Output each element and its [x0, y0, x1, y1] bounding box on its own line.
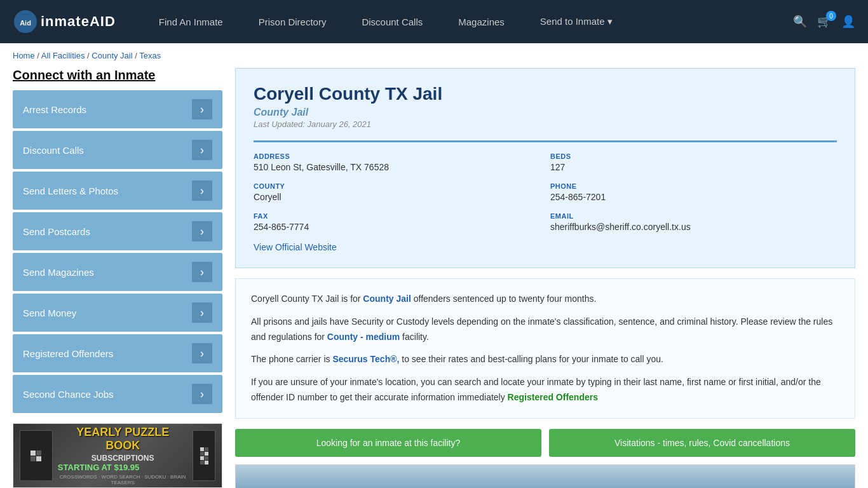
arrow-icon: ›: [192, 221, 212, 241]
arrow-icon: ›: [192, 140, 212, 160]
action-buttons: Looking for an inmate at this facility? …: [235, 429, 855, 457]
sidebar-item-label: Send Postcards: [23, 226, 90, 237]
nav-discount-calls[interactable]: Discount Calls: [344, 17, 440, 27]
header: Aid inmateAID Find An Inmate Prison Dire…: [0, 0, 868, 43]
sidebar-item-send-letters[interactable]: Send Letters & Photos ›: [13, 172, 222, 210]
desc-p2-post: facility.: [400, 332, 429, 342]
desc-p4: If you are unsure of your inmate's locat…: [251, 375, 839, 405]
sidebar-menu: Arrest Records › Discount Calls › Send L…: [13, 90, 222, 413]
facility-name: Coryell County TX Jail: [254, 84, 837, 104]
breadcrumb-home[interactable]: Home: [13, 51, 35, 60]
beds-value: 127: [550, 162, 837, 172]
email-label: EMAIL: [550, 212, 837, 220]
phone-label: PHONE: [550, 182, 837, 190]
ad-price: STARTING AT $19.95: [58, 463, 188, 472]
ad-image: YEARLY PUZZLE BOOK SUBSCRIPTIONS STARTIN…: [13, 424, 222, 487]
sidebar-item-registered-offenders[interactable]: Registered Offenders ›: [13, 334, 222, 372]
breadcrumb-county-jail[interactable]: County Jail: [92, 51, 132, 60]
phone-block: PHONE 254-865-7201: [550, 182, 837, 202]
county-jail-link[interactable]: County Jail: [363, 294, 410, 304]
beds-block: BEDS 127: [550, 152, 837, 172]
logo-icon: Aid: [13, 9, 38, 34]
beds-label: BEDS: [550, 152, 837, 160]
sidebar-item-label: Second Chance Jobs: [23, 389, 114, 400]
county-block: COUNTY Coryell: [254, 182, 540, 202]
breadcrumb-state[interactable]: Texas: [139, 51, 161, 60]
desc-p1-post: offenders sentenced up to twenty four mo…: [411, 294, 597, 304]
arrow-icon: ›: [192, 343, 212, 363]
looking-for-inmate-button[interactable]: Looking for an inmate at this facility?: [235, 429, 541, 457]
sidebar-title: Connect with an Inmate: [13, 68, 222, 83]
arrow-icon: ›: [192, 302, 212, 323]
facility-updated: Last Updated: January 26, 2021: [254, 119, 837, 129]
main-content: Coryell County TX Jail County Jail Last …: [235, 68, 855, 488]
arrow-icon: ›: [192, 384, 212, 404]
main-nav: Find An Inmate Prison Directory Discount…: [141, 16, 793, 27]
official-website-link[interactable]: View Official Website: [254, 242, 337, 252]
arrow-icon: ›: [192, 180, 212, 201]
desc-p3-pre: The phone carrier is: [251, 354, 332, 364]
desc-p3: The phone carrier is Securus Tech®, to s…: [251, 352, 839, 367]
arrow-icon: ›: [192, 262, 212, 282]
nav-find-inmate[interactable]: Find An Inmate: [141, 17, 241, 27]
ad-title: YEARLY PUZZLE BOOK: [58, 426, 188, 452]
sidebar-item-discount-calls[interactable]: Discount Calls ›: [13, 131, 222, 169]
sidebar-item-send-magazines[interactable]: Send Magazines ›: [13, 253, 222, 291]
main-layout: Connect with an Inmate Arrest Records › …: [0, 68, 868, 488]
desc-p2: All prisons and jails have Security or C…: [251, 315, 839, 345]
county-value: Coryell: [254, 192, 540, 202]
email-block: EMAIL sheriffburks@sheriff.co.coryell.tx…: [550, 212, 837, 232]
facility-description: Coryell County TX Jail is for County Jai…: [235, 278, 855, 419]
user-icon[interactable]: 👤: [841, 15, 855, 29]
sidebar-item-label: Send Money: [23, 308, 76, 318]
sidebar-item-send-postcards[interactable]: Send Postcards ›: [13, 212, 222, 250]
nav-prison-directory[interactable]: Prison Directory: [241, 17, 344, 27]
desc-p3-post: to see their rates and best-calling plan…: [399, 354, 663, 364]
breadcrumb-all-facilities[interactable]: All Facilities: [41, 51, 85, 60]
address-label: ADDRESS: [254, 152, 540, 160]
sidebar-item-label: Arrest Records: [23, 104, 86, 115]
email-value: sheriffburks@sheriff.co.coryell.tx.us: [550, 222, 837, 232]
svg-text:Aid: Aid: [20, 19, 31, 27]
facility-image: [235, 464, 855, 488]
desc-p1: Coryell County TX Jail is for County Jai…: [251, 292, 839, 307]
ad-small: CROSSWORDS · WORD SEARCH · SUDOKU · BRAI…: [58, 474, 188, 485]
phone-value: 254-865-7201: [550, 192, 837, 202]
sidebar-item-label: Discount Calls: [23, 145, 84, 156]
facility-type: County Jail: [254, 107, 837, 118]
logo-text: inmateAID: [41, 13, 116, 30]
sidebar-item-label: Send Magazines: [23, 267, 94, 278]
fax-value: 254-865-7774: [254, 222, 540, 232]
desc-p1-pre: Coryell County TX Jail is for: [251, 294, 363, 304]
address-value: 510 Leon St, Gatesville, TX 76528: [254, 162, 540, 172]
header-right: 🔍 🛒 0 👤: [793, 15, 855, 29]
fax-block: FAX 254-865-7774: [254, 212, 540, 232]
county-label: COUNTY: [254, 182, 540, 190]
arrow-icon: ›: [192, 99, 212, 119]
sidebar: Connect with an Inmate Arrest Records › …: [13, 68, 222, 488]
fax-label: FAX: [254, 212, 540, 220]
registered-offenders-link[interactable]: Registered Offenders: [508, 392, 598, 402]
county-medium-link[interactable]: County - medium: [327, 332, 400, 342]
ad-subtitle2: SUBSCRIPTIONS: [58, 454, 188, 463]
search-icon[interactable]: 🔍: [793, 15, 807, 29]
sidebar-item-second-chance-jobs[interactable]: Second Chance Jobs ›: [13, 375, 222, 413]
visitations-button[interactable]: Visitations - times, rules, Covid cancel…: [549, 429, 855, 457]
sidebar-ad[interactable]: YEARLY PUZZLE BOOK SUBSCRIPTIONS STARTIN…: [13, 423, 222, 488]
nav-send-to-inmate[interactable]: Send to Inmate ▾: [522, 16, 630, 27]
nav-magazines[interactable]: Magazines: [440, 17, 522, 27]
breadcrumb: Home / All Facilities / County Jail / Te…: [0, 43, 868, 68]
sidebar-item-send-money[interactable]: Send Money ›: [13, 294, 222, 332]
logo[interactable]: Aid inmateAID: [13, 9, 116, 34]
address-block: ADDRESS 510 Leon St, Gatesville, TX 7652…: [254, 152, 540, 172]
facility-card: Coryell County TX Jail County Jail Last …: [235, 68, 855, 268]
cart-badge: 0: [826, 11, 836, 21]
sidebar-item-label: Send Letters & Photos: [23, 186, 118, 196]
sidebar-item-arrest-records[interactable]: Arrest Records ›: [13, 90, 222, 128]
facility-details: ADDRESS 510 Leon St, Gatesville, TX 7652…: [254, 140, 837, 232]
cart-icon[interactable]: 🛒 0: [817, 15, 831, 29]
securus-link[interactable]: Securus Tech®,: [332, 354, 399, 364]
sidebar-item-label: Registered Offenders: [23, 348, 113, 359]
